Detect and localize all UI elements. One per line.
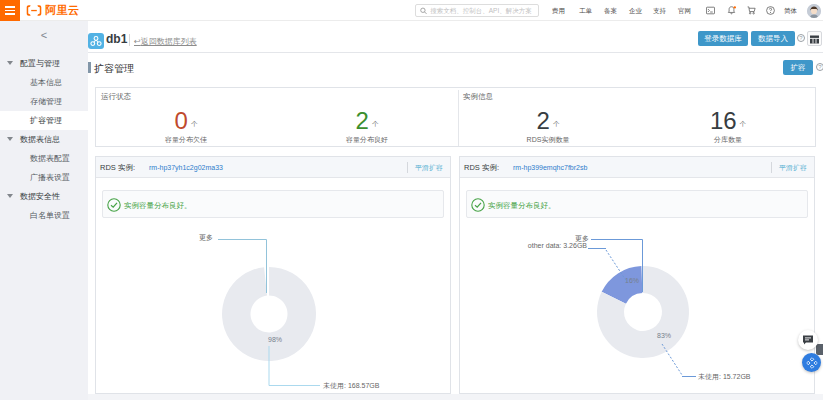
back-link-text: 返回数据库列表 — [141, 37, 197, 46]
chart-label-pct: 83% — [648, 332, 680, 339]
cart-icon[interactable] — [747, 6, 756, 15]
labelline-unused-dashed — [662, 344, 682, 375]
chevron-down-icon — [7, 61, 13, 65]
stat-value: 2 — [356, 107, 369, 134]
sidebar-group-label: 数据安全性 — [20, 192, 60, 201]
topbar-search[interactable] — [415, 4, 539, 17]
page-background — [88, 394, 823, 400]
sidebar-item-broadcast[interactable]: 广播表设置 — [0, 168, 88, 187]
sidebar-group-label: 配置与管理 — [20, 59, 60, 68]
hamburger-menu-icon[interactable] — [0, 0, 20, 21]
sidebar-group-security[interactable]: 数据安全性 — [0, 187, 88, 206]
chart-label-slice-pct: 16% — [617, 277, 647, 284]
back-to-db-list-link[interactable]: ↩返回数据库列表 — [134, 36, 197, 47]
topnav-tickets[interactable]: 工单 — [579, 0, 592, 21]
rds-label: RDS 实例: — [100, 163, 135, 172]
stat-capacity-poor: 0个 容量分布欠佳 — [126, 104, 246, 145]
stat-unit: 个 — [740, 120, 747, 127]
chevron-down-icon — [7, 137, 13, 141]
search-input[interactable] — [430, 7, 534, 14]
language-switch[interactable]: 简体 — [784, 0, 797, 21]
cloudshell-icon[interactable] — [706, 6, 715, 15]
sidebar-nav: 配置与管理 基本信息 存储管理 扩容管理 数据表信息 数据表配置 广播表设置 数… — [0, 54, 88, 225]
stat-unit: 个 — [372, 120, 379, 127]
donut-chart-1: 更多 98% 未使用: 168.57GB — [96, 178, 450, 394]
rds-card-2-header: RDS 实例:rm-hp399emqhc7fbr2sb 平滑扩容 — [460, 157, 814, 178]
feedback-fab[interactable] — [798, 330, 818, 350]
bell-icon[interactable] — [727, 6, 736, 15]
stat-label: 分库数量 — [668, 135, 788, 145]
assistant-fab[interactable] — [802, 353, 821, 372]
stats-left-title: 运行状态 — [101, 92, 131, 102]
sidebar-group-tables[interactable]: 数据表信息 — [0, 130, 88, 149]
data-import-button[interactable]: 数据导入 — [751, 31, 795, 46]
stat-unit: 个 — [553, 120, 560, 127]
aliyun-logo-icon — [26, 4, 42, 17]
divider — [771, 162, 772, 173]
sidebar-item-whitelist[interactable]: 白名单设置 — [0, 206, 88, 225]
chart-label-unused: 未使用: 168.57GB — [323, 381, 379, 391]
smooth-scaleout-link[interactable]: 平滑扩容 — [415, 157, 443, 178]
diamond-grid-icon — [806, 357, 817, 368]
login-database-button[interactable]: 登录数据库 — [698, 31, 748, 46]
rds-card-2: RDS 实例:rm-hp399emqhc7fbr2sb 平滑扩容 实例容量分布良… — [459, 156, 815, 394]
chart-label-other: other data: 3.26GB — [490, 242, 587, 249]
rds-card-1-header: RDS 实例:rm-hp37yh1c2g02ma33 平滑扩容 — [96, 157, 450, 178]
sidebar: < 配置与管理 基本信息 存储管理 扩容管理 数据表信息 数据表配置 广播表设置… — [0, 21, 88, 400]
chart-label-unused: 未使用: 15.72GB — [698, 372, 751, 382]
main-content: db1 ↩返回数据库列表 登录数据库 数据导入 ? 扩容管理 扩容 ? 运行状态… — [88, 21, 823, 400]
db-name: db1 — [106, 32, 127, 46]
smooth-scaleout-link[interactable]: 平滑扩容 — [779, 157, 807, 178]
chart-label-more: 更多 — [177, 233, 213, 243]
search-icon — [420, 7, 427, 15]
topnav-billing[interactable]: 费用 — [552, 0, 565, 21]
stat-unit: 个 — [191, 120, 198, 127]
sidebar-item-storage[interactable]: 存储管理 — [0, 92, 88, 111]
database-icon — [88, 33, 104, 49]
chart-label-pct: 98% — [261, 336, 289, 343]
stats-panel: 运行状态 实例信息 0个 容量分布欠佳 2个 容量分布良好 2个 RDS实例数量… — [95, 87, 816, 147]
sidebar-group-label: 数据表信息 — [20, 135, 60, 144]
sidebar-collapse-button[interactable]: < — [0, 29, 88, 49]
expand-button[interactable]: 扩容 — [783, 60, 813, 75]
stat-value: 0 — [175, 107, 188, 134]
sidebar-item-expansion[interactable]: 扩容管理 — [0, 111, 88, 130]
section-header: 扩容管理 扩容 ? — [88, 53, 823, 81]
stat-label: 容量分布欠佳 — [126, 135, 246, 145]
stat-value: 2 — [537, 107, 550, 134]
speech-bubble-icon — [802, 335, 814, 346]
layout-grid-icon[interactable] — [807, 31, 822, 46]
donut-chart-2: 更多 other data: 3.26GB 16% 83% 未使用: 15.72… — [460, 178, 814, 394]
stat-value: 16 — [710, 107, 737, 134]
stats-right-title: 实例信息 — [463, 92, 493, 102]
topnav-icp[interactable]: 备案 — [604, 0, 617, 21]
chevron-down-icon — [7, 194, 13, 198]
topnav-support[interactable]: 支持 — [653, 0, 666, 21]
topnav-website[interactable]: 官网 — [678, 0, 691, 21]
help-icon[interactable]: ? — [816, 63, 823, 71]
rds-label: RDS 实例: — [464, 163, 499, 172]
aliyun-logo-text: 阿里云 — [45, 3, 80, 18]
help-icon[interactable]: ? — [797, 34, 805, 42]
rds-card-1: RDS 实例:rm-hp37yh1c2g02ma33 平滑扩容 实例容量分布良好… — [95, 156, 451, 394]
stat-label: RDS实例数量 — [488, 135, 608, 145]
feedback-tag[interactable] — [816, 344, 823, 355]
topbar: 阿里云 费用 工单 备案 企业 支持 官网 简体 — [0, 0, 823, 21]
db-header: db1 ↩返回数据库列表 登录数据库 数据导入 ? — [88, 21, 823, 53]
sidebar-item-basic-info[interactable]: 基本信息 — [0, 73, 88, 92]
sidebar-group-config[interactable]: 配置与管理 — [0, 54, 88, 73]
topnav-enterprise[interactable]: 企业 — [629, 0, 642, 21]
title-accent-bar — [88, 62, 91, 73]
sidebar-item-table-config[interactable]: 数据表配置 — [0, 149, 88, 168]
avatar[interactable] — [807, 4, 821, 18]
rds-instance-link[interactable]: rm-hp37yh1c2g02ma33 — [149, 164, 223, 171]
divider — [458, 90, 459, 146]
rds-instance-link[interactable]: rm-hp399emqhc7fbr2sb — [513, 164, 587, 171]
stat-shard-count: 16个 分库数量 — [668, 104, 788, 145]
help-icon[interactable] — [766, 6, 775, 15]
aliyun-logo[interactable]: 阿里云 — [26, 3, 80, 18]
divider — [129, 34, 130, 46]
stat-rds-count: 2个 RDS实例数量 — [488, 104, 608, 145]
stat-label: 容量分布良好 — [307, 135, 427, 145]
divider — [407, 162, 408, 173]
